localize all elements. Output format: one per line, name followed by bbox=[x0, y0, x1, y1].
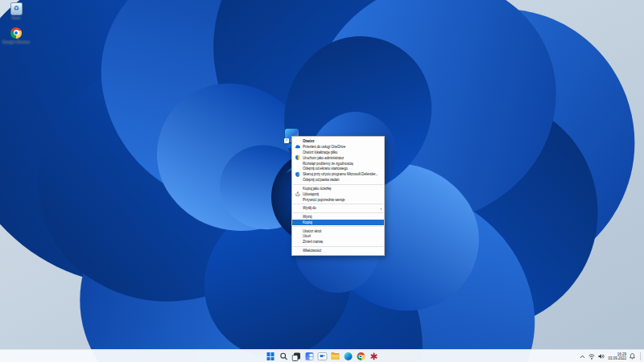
widgets-icon bbox=[305, 352, 313, 360]
notification-bell-icon[interactable] bbox=[630, 353, 635, 360]
context-menu-item[interactable]: Skanuj przy użyciu programu Microsoft De… bbox=[292, 171, 384, 177]
chrome-taskbar-icon bbox=[357, 352, 365, 360]
shortcut-arrow-icon: ↗ bbox=[284, 138, 289, 143]
start-icon bbox=[266, 352, 275, 360]
context-menu-item[interactable]: Kopiuj bbox=[292, 220, 384, 225]
defender-shield-icon bbox=[295, 172, 300, 177]
red-app-icon bbox=[369, 352, 378, 360]
context-menu-item[interactable]: Uruchom jako administrator bbox=[292, 155, 384, 161]
onedrive-cloud-slot bbox=[292, 145, 303, 149]
menu-item-label: Otwórz bbox=[303, 139, 382, 143]
search-icon bbox=[279, 352, 287, 360]
context-menu-item[interactable]: Przywróć poprzednie wersje bbox=[292, 197, 384, 203]
task-view-icon bbox=[292, 352, 301, 361]
system-tray: 16:29 03.09.2022 bbox=[580, 350, 642, 362]
context-menu-item[interactable]: Otwórz lokalizację pliku bbox=[292, 150, 384, 155]
menu-item-label: Usuń bbox=[303, 234, 382, 238]
defender-shield-slot bbox=[292, 172, 303, 177]
menu-separator bbox=[293, 204, 383, 204]
desktop-icon-list: ♻KoszGoogle Chrome bbox=[1, 2, 31, 50]
share-slot bbox=[292, 191, 303, 196]
menu-item-label: Utwórz skrót bbox=[303, 229, 382, 233]
menu-item-label: Przenieś do usługi OneDrive bbox=[303, 145, 382, 149]
taskbar-button-start[interactable] bbox=[266, 352, 276, 362]
uac-shield-icon bbox=[295, 155, 300, 160]
uac-shield-slot bbox=[292, 155, 303, 160]
context-menu-item[interactable]: Odepnij od paska zadań bbox=[292, 177, 384, 183]
taskbar-button-file-explorer[interactable] bbox=[330, 352, 341, 362]
menu-item-label: Zmień nazwę bbox=[303, 240, 382, 244]
menu-item-label: Otwórz lokalizację pliku bbox=[303, 150, 382, 154]
menu-item-label: Kopiuj bbox=[303, 220, 382, 224]
menu-separator bbox=[293, 226, 383, 227]
context-menu: OtwórzPrzenieś do usługi OneDriveOtwórz … bbox=[291, 136, 385, 256]
recycle-bin-icon: ♻ bbox=[10, 2, 23, 15]
file-explorer-icon bbox=[331, 353, 339, 360]
menu-item-label: Odepnij od ekranu startowego bbox=[303, 167, 382, 171]
volume-icon[interactable] bbox=[598, 353, 605, 360]
taskbar-button-search[interactable] bbox=[279, 352, 289, 362]
context-menu-item[interactable]: Właściwości bbox=[292, 248, 384, 253]
taskbar: 16:29 03.09.2022 bbox=[0, 349, 644, 362]
context-menu-item[interactable]: Zmień nazwę bbox=[292, 239, 384, 245]
desktop-icon-recycle-bin[interactable]: ♻Kosz bbox=[1, 2, 31, 21]
clock-date: 03.09.2022 bbox=[608, 356, 626, 360]
menu-separator bbox=[293, 246, 383, 247]
submenu-chevron-icon: › bbox=[380, 206, 382, 211]
context-menu-item[interactable]: Usuń bbox=[292, 233, 384, 239]
menu-item-label: Skanuj przy użyciu programu Microsoft De… bbox=[303, 172, 382, 176]
hidden-icons-chevron-icon[interactable] bbox=[580, 355, 585, 359]
context-menu-item[interactable]: Wyślij do› bbox=[292, 205, 384, 211]
menu-item-label: Właściwości bbox=[303, 249, 382, 253]
taskbar-button-red-app[interactable] bbox=[369, 352, 379, 362]
chat-icon bbox=[317, 352, 327, 360]
menu-item-label: Odepnij od paska zadań bbox=[303, 178, 382, 182]
context-menu-item[interactable]: Wytnij bbox=[292, 214, 384, 220]
context-menu-item[interactable]: Udostępnij bbox=[292, 191, 384, 197]
taskbar-center-icons bbox=[266, 350, 379, 362]
menu-item-label: Przywróć poprzednie wersje bbox=[303, 198, 382, 202]
menu-item-label: Rozwiąż problemy ze zgodnością bbox=[303, 162, 382, 166]
menu-item-label: Uruchom jako administrator bbox=[303, 156, 382, 160]
context-menu-item[interactable]: Przenieś do usługi OneDrive bbox=[292, 144, 384, 150]
menu-separator bbox=[293, 184, 383, 185]
menu-item-label: Wyślij do bbox=[303, 206, 380, 210]
taskbar-button-chrome[interactable] bbox=[356, 352, 366, 362]
taskbar-button-edge[interactable] bbox=[343, 352, 353, 362]
desktop-icon-google-chrome[interactable]: Google Chrome bbox=[1, 27, 31, 45]
menu-separator bbox=[293, 212, 383, 213]
taskbar-button-widgets[interactable] bbox=[304, 352, 315, 362]
windows-desktop: ♻KoszGoogle Chrome ↗ ··· OtwórzPrzenieś … bbox=[0, 0, 644, 362]
taskbar-button-task-view[interactable] bbox=[291, 352, 302, 362]
taskbar-clock[interactable]: 16:29 03.09.2022 bbox=[608, 352, 626, 360]
edge-icon bbox=[344, 352, 352, 360]
context-menu-item[interactable]: Rozwiąż problemy ze zgodnością bbox=[292, 161, 384, 167]
onedrive-cloud-icon bbox=[295, 145, 300, 149]
show-desktop-button[interactable] bbox=[640, 352, 642, 360]
menu-item-label: Kopiuj jako ścieżkę bbox=[303, 187, 382, 191]
context-menu-item[interactable]: Odepnij od ekranu startowego bbox=[292, 166, 384, 171]
desktop-icon-label: Kosz bbox=[12, 16, 21, 21]
context-menu-item[interactable]: Kopiuj jako ścieżkę bbox=[292, 186, 384, 191]
context-menu-item[interactable]: Utwórz skrót bbox=[292, 228, 384, 234]
wifi-icon[interactable] bbox=[588, 354, 595, 360]
desktop-icon-label: Google Chrome bbox=[2, 40, 30, 45]
share-icon bbox=[295, 191, 300, 196]
menu-item-label: Udostępnij bbox=[303, 192, 382, 196]
context-menu-item[interactable]: Otwórz bbox=[292, 138, 384, 144]
taskbar-button-chat[interactable] bbox=[317, 352, 328, 362]
menu-item-label: Wytnij bbox=[303, 215, 382, 219]
chrome-icon bbox=[10, 27, 22, 39]
